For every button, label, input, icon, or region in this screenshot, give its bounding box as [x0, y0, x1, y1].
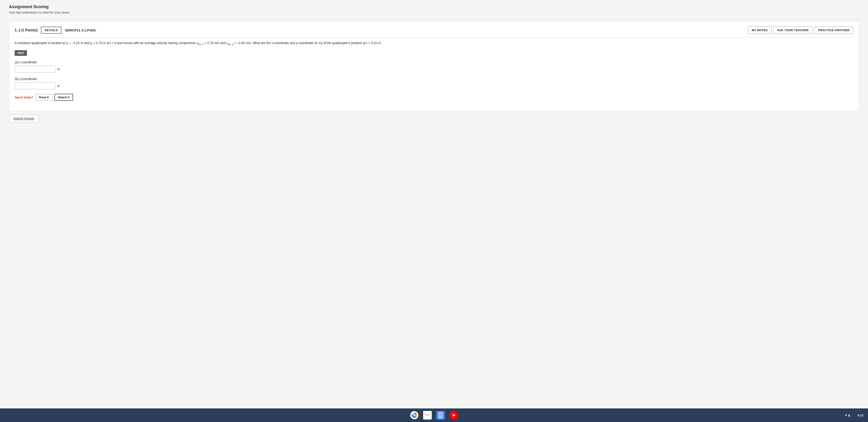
- question-header: 1. [-/1 Points] DETAILS SERCP11 3.1.P.00…: [15, 26, 853, 34]
- submission-note: Your last submission is used for your sc…: [9, 11, 859, 14]
- taskbar-time: 9:12: [858, 414, 864, 417]
- header-buttons: MY NOTES ASK YOUR TEACHER PRACTICE ANOTH…: [748, 26, 853, 34]
- svg-rect-7: [439, 415, 442, 415]
- practice-another-button[interactable]: PRACTICE ANOTHER: [814, 26, 853, 34]
- question-number: 1. [-/1 Points]: [15, 28, 37, 32]
- files-icon[interactable]: [436, 411, 445, 420]
- youtube-icon[interactable]: [450, 411, 458, 420]
- chrome-icon[interactable]: [410, 411, 418, 420]
- gmail-icon[interactable]: [423, 411, 432, 420]
- assignment-scoring-title: Assignment Scoring: [9, 4, 859, 9]
- part-a-unit: m: [57, 67, 60, 71]
- read-it-button[interactable]: Read It: [36, 94, 52, 100]
- part-a-input-row: m: [15, 66, 853, 72]
- details-button[interactable]: DETAILS: [41, 27, 61, 34]
- need-help-row: Need Help? Read It Watch It: [15, 94, 853, 101]
- taskbar-wifi: ▼ ▮: [845, 414, 850, 417]
- question-text: A miniature quadcopter is located at xi …: [15, 40, 853, 46]
- question-divider: [15, 37, 853, 38]
- main-content: Assignment Scoring Your last submission …: [0, 0, 868, 409]
- part-a-input[interactable]: [15, 66, 55, 72]
- part-b-input-row: m: [15, 83, 853, 89]
- part-a-label: (a) x-coordinate: [15, 60, 853, 64]
- part-b-label: (b) y-coordinate: [15, 77, 853, 81]
- question-id: SERCP11 3.1.P.003.: [65, 28, 744, 32]
- svg-point-2: [413, 414, 415, 416]
- svg-rect-8: [439, 416, 441, 416]
- watch-it-button[interactable]: Watch It: [55, 94, 73, 101]
- submit-answer-button[interactable]: Submit Answer: [9, 115, 39, 122]
- question-block: 1. [-/1 Points] DETAILS SERCP11 3.1.P.00…: [9, 22, 859, 111]
- ask-teacher-button[interactable]: ASK YOUR TEACHER: [773, 26, 813, 34]
- hint-button[interactable]: HINT: [15, 50, 27, 56]
- need-help-label: Need Help?: [15, 95, 33, 99]
- my-notes-button[interactable]: MY NOTES: [748, 26, 772, 34]
- taskbar: ▼ ▮ 9:12: [0, 409, 868, 422]
- part-b-input[interactable]: [15, 83, 55, 89]
- part-b-unit: m: [57, 84, 60, 88]
- svg-rect-6: [439, 414, 442, 414]
